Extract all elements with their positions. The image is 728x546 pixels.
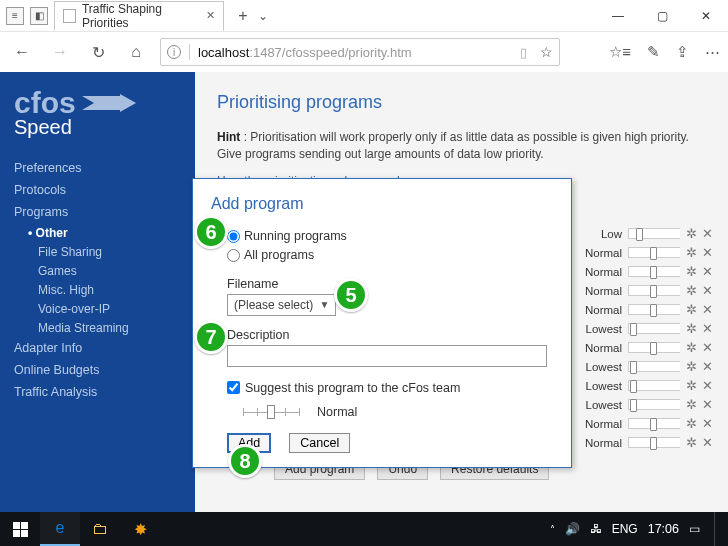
- delete-icon[interactable]: ✕: [702, 321, 714, 336]
- recent-activity-icon[interactable]: ≡: [6, 7, 24, 25]
- close-window-button[interactable]: ✕: [684, 0, 728, 32]
- nav-misc-high[interactable]: Misc. High: [28, 280, 181, 299]
- refresh-button[interactable]: ↻: [84, 38, 112, 66]
- priority-slider[interactable]: [628, 380, 680, 391]
- priority-slider[interactable]: [628, 323, 680, 334]
- browser-tab[interactable]: Traffic Shaping Priorities ✕: [54, 1, 224, 31]
- priority-slider[interactable]: [628, 342, 680, 353]
- taskbar-edge-icon[interactable]: e: [40, 512, 80, 546]
- priority-slider[interactable]: [628, 285, 680, 296]
- filename-select[interactable]: (Please select) ▼: [227, 294, 336, 316]
- suggest-checkbox[interactable]: [227, 381, 240, 394]
- nav-protocols[interactable]: Protocols: [14, 179, 181, 201]
- priority-slider[interactable]: [628, 399, 680, 410]
- favorite-star-icon[interactable]: ☆: [540, 44, 553, 60]
- dialog-priority-slider[interactable]: [243, 406, 299, 418]
- home-button[interactable]: ⌂: [122, 38, 150, 66]
- suggest-label: Suggest this program to the cFos team: [245, 381, 460, 395]
- maximize-button[interactable]: ▢: [640, 0, 684, 32]
- nav-media[interactable]: Media Streaming: [28, 318, 181, 337]
- priority-slider[interactable]: [628, 228, 680, 239]
- nav-file-sharing[interactable]: File Sharing: [28, 242, 181, 261]
- priority-slider[interactable]: [628, 418, 680, 429]
- gear-icon[interactable]: ✲: [684, 417, 698, 431]
- taskbar: e 🗀 ✸ ˄ 🔊 🖧 ENG 17:06 ▭: [0, 512, 728, 546]
- site-info-icon[interactable]: i: [167, 45, 181, 59]
- nav-adapter-info[interactable]: Adapter Info: [14, 337, 181, 359]
- nav-online-budgets[interactable]: Online Budgets: [14, 359, 181, 381]
- reading-view-icon[interactable]: ▯: [520, 45, 534, 59]
- nav-traffic-analysis[interactable]: Traffic Analysis: [14, 381, 181, 403]
- delete-icon[interactable]: ✕: [702, 283, 714, 298]
- new-tab-button[interactable]: +: [230, 7, 256, 25]
- radio-running-input[interactable]: [227, 230, 240, 243]
- radio-all-programs[interactable]: All programs: [227, 246, 553, 265]
- gear-icon[interactable]: ✲: [684, 246, 698, 260]
- address-bar[interactable]: i localhost:1487/cfosspeed/priority.htm …: [160, 38, 560, 66]
- radio-all-input[interactable]: [227, 249, 240, 262]
- priority-slider[interactable]: [628, 304, 680, 315]
- nav-games[interactable]: Games: [28, 261, 181, 280]
- favorites-hub-icon[interactable]: ☆≡: [609, 43, 631, 61]
- tab-dropdown-icon[interactable]: ⌄: [258, 9, 268, 23]
- nav-preferences[interactable]: Preferences: [14, 157, 181, 179]
- nav-voip[interactable]: Voice-over-IP: [28, 299, 181, 318]
- description-input[interactable]: [227, 345, 547, 367]
- priority-slider[interactable]: [628, 247, 680, 258]
- tray-clock[interactable]: 17:06: [648, 522, 679, 536]
- gear-icon[interactable]: ✲: [684, 436, 698, 450]
- delete-icon[interactable]: ✕: [702, 378, 714, 393]
- dialog-buttons: Add Cancel: [227, 433, 553, 453]
- delete-icon[interactable]: ✕: [702, 264, 714, 279]
- taskbar-app-icon[interactable]: ✸: [120, 512, 160, 546]
- tray-language[interactable]: ENG: [612, 522, 638, 536]
- tab-close-icon[interactable]: ✕: [206, 9, 215, 22]
- tray-notifications-icon[interactable]: ▭: [689, 522, 700, 536]
- nav-other[interactable]: Other: [28, 223, 181, 242]
- forward-button[interactable]: →: [46, 38, 74, 66]
- browser-toolbar: ← → ↻ ⌂ i localhost:1487/cfosspeed/prior…: [0, 32, 728, 72]
- delete-icon[interactable]: ✕: [702, 302, 714, 317]
- delete-icon[interactable]: ✕: [702, 226, 714, 241]
- priority-slider[interactable]: [628, 361, 680, 372]
- gear-icon[interactable]: ✲: [684, 303, 698, 317]
- taskbar-explorer-icon[interactable]: 🗀: [80, 512, 120, 546]
- radio-running-programs[interactable]: Running programs: [227, 227, 553, 246]
- sidebar-toggle-icon[interactable]: ◧: [30, 7, 48, 25]
- add-program-dialog: Add program Running programs All program…: [192, 178, 572, 468]
- show-desktop-button[interactable]: [714, 512, 720, 546]
- priority-slider[interactable]: [628, 437, 680, 448]
- tray-overflow-icon[interactable]: ˄: [550, 524, 555, 535]
- delete-icon[interactable]: ✕: [702, 359, 714, 374]
- cancel-button[interactable]: Cancel: [289, 433, 350, 453]
- tray-volume-icon[interactable]: 🔊: [565, 522, 580, 536]
- gear-icon[interactable]: ✲: [684, 360, 698, 374]
- notes-icon[interactable]: ✎: [647, 43, 660, 61]
- delete-icon[interactable]: ✕: [702, 340, 714, 355]
- start-button[interactable]: [0, 512, 40, 546]
- more-icon[interactable]: ⋯: [705, 43, 720, 61]
- share-icon[interactable]: ⇪: [676, 43, 689, 61]
- nav-programs[interactable]: Programs: [14, 201, 181, 223]
- delete-icon[interactable]: ✕: [702, 416, 714, 431]
- tray-network-icon[interactable]: 🖧: [590, 522, 602, 536]
- priority-slider[interactable]: [628, 266, 680, 277]
- nav-programs-sub: Other File Sharing Games Misc. High Voic…: [14, 223, 181, 337]
- url-text: localhost:1487/cfosspeed/priority.htm: [198, 45, 514, 60]
- gear-icon[interactable]: ✲: [684, 284, 698, 298]
- callout-badge-8: 8: [228, 444, 262, 478]
- minimize-button[interactable]: —: [596, 0, 640, 32]
- delete-icon[interactable]: ✕: [702, 435, 714, 450]
- delete-icon[interactable]: ✕: [702, 397, 714, 412]
- gear-icon[interactable]: ✲: [684, 322, 698, 336]
- suggest-checkbox-row[interactable]: Suggest this program to the cFos team: [227, 381, 553, 395]
- logo-line2: Speed: [14, 116, 181, 139]
- delete-icon[interactable]: ✕: [702, 245, 714, 260]
- back-button[interactable]: ←: [8, 38, 36, 66]
- gear-icon[interactable]: ✲: [684, 227, 698, 241]
- gear-icon[interactable]: ✲: [684, 379, 698, 393]
- gear-icon[interactable]: ✲: [684, 341, 698, 355]
- gear-icon[interactable]: ✲: [684, 265, 698, 279]
- gear-icon[interactable]: ✲: [684, 398, 698, 412]
- window-controls: — ▢ ✕: [596, 0, 728, 32]
